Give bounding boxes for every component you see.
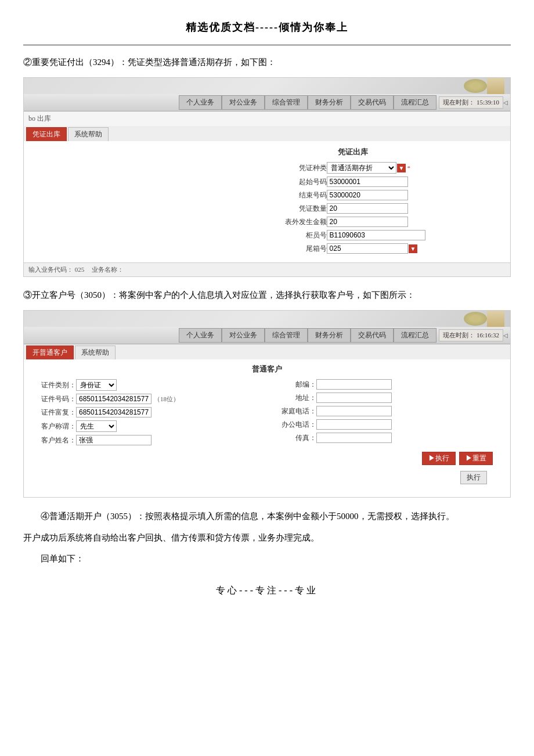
row-id-confirm: 证件富复： [35, 407, 258, 417]
nav-tab-flow2[interactable]: 流程汇总 [394, 328, 436, 343]
label-end: 结束号码 [280, 190, 327, 200]
label-fax: 传真： [276, 433, 316, 443]
bank-time2: 现在时刻： 16:16:32 [439, 329, 503, 341]
label-name: 客户姓名： [35, 435, 76, 445]
input-end[interactable] [327, 190, 408, 200]
form-row-start: 起始号码 [280, 177, 425, 187]
label-amount: 表外发生金额 [280, 217, 327, 227]
select-id-type[interactable]: 身份证 [76, 379, 117, 391]
nav-tab-general2[interactable]: 综合管理 [265, 328, 308, 343]
input-fax[interactable] [316, 433, 392, 443]
label-home-tel: 家庭电话： [276, 406, 316, 416]
bank-time1: 现在时刻： 15:39:10 [439, 96, 503, 109]
open-form-body: 证件类别： 身份证 证件号码： （18位） 证件富复： [35, 379, 499, 448]
row-fax: 传真： [276, 433, 499, 443]
open-form-left: 证件类别： 身份证 证件号码： （18位） 证件富复： [35, 379, 258, 448]
select-arrow-type[interactable]: ▼ [397, 164, 406, 172]
form-title1: 凭证出库 [280, 147, 425, 157]
nav-tab-finance2[interactable]: 财务分析 [308, 328, 351, 343]
row-postal: 邮编： [276, 379, 499, 390]
form-row-count: 凭证数量 [280, 203, 425, 214]
form-row-box: 尾箱号 ▼ [280, 243, 425, 254]
open-form-title: 普通客户 [35, 364, 499, 375]
input-home-tel[interactable] [316, 406, 392, 416]
row-name: 客户姓名： [35, 435, 258, 445]
bank-navbar2: 个人业务 对公业务 综合管理 财务分析 交易代码 流程汇总 现在时刻： 16:1… [24, 327, 510, 344]
select-wrapper-type: 普通活期存折 ▼ * [327, 162, 410, 174]
label-title: 客户称谓： [35, 422, 76, 431]
btn-bar: ▶执行 ▶重置 [35, 448, 499, 469]
tab-system-help1[interactable]: 系统帮助 [68, 127, 109, 141]
input-amount[interactable] [327, 217, 408, 227]
bank-navbar1: 个人业务 对公业务 综合管理 财务分析 交易代码 流程汇总 现在时刻： 15:3… [24, 94, 510, 111]
row-office-tel: 办公电话： [276, 419, 499, 430]
input-count[interactable] [327, 203, 408, 214]
nav-tabs1: 个人业务 对公业务 综合管理 财务分析 交易代码 流程汇总 [179, 95, 436, 110]
form-row-end: 结束号码 [280, 190, 425, 200]
bank-submenu1: bo 出库 [24, 111, 510, 126]
bank-tabbar2: 开普通客户 系统帮助 [24, 344, 510, 359]
nav-tab-corporate2[interactable]: 对公业务 [222, 328, 265, 343]
page-container: 精选优质文档-----倾情为你奉上 ②重要凭证付出（3294）：凭证类型选择普通… [0, 0, 534, 609]
row-title: 客户称谓： 先生 [35, 420, 258, 432]
label-id-num: 证件号码： [35, 394, 76, 404]
select-arrow-box[interactable]: ▼ [409, 244, 418, 253]
nav-tab-flow1[interactable]: 流程汇总 [394, 95, 436, 110]
label-id-type: 证件类别： [35, 380, 76, 390]
page-footer: 专心---专注---专业 [23, 585, 511, 597]
label-address: 地址： [276, 393, 316, 403]
form-row-type: 凭证种类 普通活期存折 ▼ * [280, 162, 425, 174]
section3-title1: ④普通活期开户（3055）：按照表格提示填入所需的信息，本案例中金额小于5000… [23, 508, 511, 525]
select-type[interactable]: 普通活期存折 [327, 162, 396, 174]
form-area1: 凭证出库 凭证种类 普通活期存折 ▼ * [24, 141, 510, 262]
row-id-type: 证件类别： 身份证 [35, 379, 258, 391]
header-divider [23, 45, 511, 45]
nav-tab-personal1[interactable]: 个人业务 [179, 95, 222, 110]
section3-title3: 回单如下： [23, 550, 511, 567]
input-name[interactable] [76, 435, 151, 445]
label-start: 起始号码 [280, 177, 327, 187]
btn-reset[interactable]: ▶重置 [459, 452, 493, 465]
nav-arrow2: ◁ [503, 332, 508, 339]
tab-voucher-out[interactable]: 凭证出库 [26, 127, 67, 141]
label-type: 凭证种类 [280, 163, 327, 173]
input-office-tel[interactable] [316, 419, 392, 430]
label-id-confirm: 证件富复： [35, 408, 76, 417]
nav-arrow1: ◁ [503, 99, 508, 106]
open-account-form: 普通客户 证件类别： 身份证 证件号码： （18 [24, 359, 510, 497]
form-panel1: 凭证出库 凭证种类 普通活期存折 ▼ * [280, 147, 425, 257]
form-row-teller: 柜员号 [280, 230, 425, 240]
bank-tabbar1: 凭证出库 系统帮助 [24, 126, 510, 141]
input-id-confirm[interactable] [76, 407, 151, 417]
input-address[interactable] [316, 393, 392, 403]
select-wrapper-box: ▼ [327, 243, 418, 254]
nav-tab-corporate1[interactable]: 对公业务 [222, 95, 265, 110]
open-form-right: 邮编： 地址： 家庭电话： 办公电话： [276, 379, 499, 448]
nav-tab-code2[interactable]: 交易代码 [351, 328, 394, 343]
screenshot1: 个人业务 对公业务 综合管理 财务分析 交易代码 流程汇总 现在时刻： 15:3… [23, 77, 511, 277]
input-teller[interactable] [327, 230, 425, 240]
section3-title2: 开户成功后系统将自动给出客户回执、借方传票和贷方传票，业务办理完成。 [23, 530, 511, 546]
select-title[interactable]: 先生 [76, 420, 117, 432]
nav-tab-personal2[interactable]: 个人业务 [179, 328, 222, 343]
input-box[interactable] [327, 243, 408, 254]
input-postal[interactable] [316, 379, 392, 390]
btn-execute[interactable]: ▶执行 [422, 452, 456, 465]
nav-tab-general1[interactable]: 综合管理 [265, 95, 308, 110]
nav-tab-code1[interactable]: 交易代码 [351, 95, 394, 110]
tab-system-help2[interactable]: 系统帮助 [75, 345, 116, 359]
input-start[interactable] [327, 177, 408, 187]
form-row-amount: 表外发生金额 [280, 217, 425, 227]
section1-title: ②重要凭证付出（3294）：凭证类型选择普通活期存折，如下图： [23, 55, 511, 70]
row-address: 地址： [276, 393, 499, 403]
label-postal: 邮编： [276, 380, 316, 390]
label-teller: 柜员号 [280, 231, 327, 240]
section2-title: ③开立客户号（3050）：将案例中客户的个人信息填入对应位置，选择执行获取客户号… [23, 287, 511, 303]
row-home-tel: 家庭电话： [276, 406, 499, 416]
input-id-num[interactable] [76, 394, 151, 404]
decorative-top2 [24, 311, 510, 327]
btn-execute-bottom[interactable]: 执行 [460, 471, 487, 484]
nav-tab-finance1[interactable]: 财务分析 [308, 95, 351, 110]
tab-open-account[interactable]: 开普通客户 [26, 345, 74, 359]
note-18bit: （18位） [154, 395, 179, 404]
